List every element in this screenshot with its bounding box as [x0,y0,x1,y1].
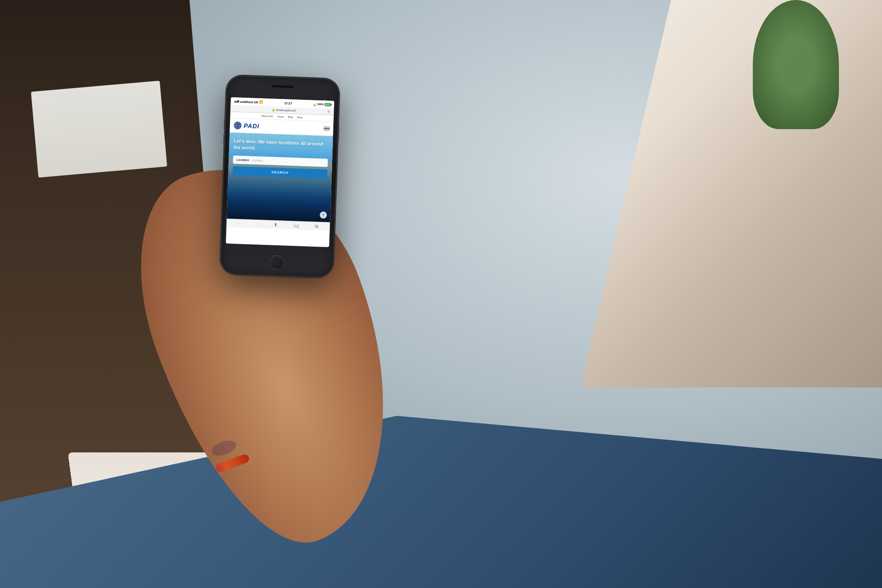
url-lock-icon: 🔒 [272,108,275,111]
padi-logo-text: PADI [244,122,260,130]
menu-hamburger[interactable] [324,127,330,130]
volume-up-button[interactable] [224,118,226,129]
signal-bar-2 [236,101,236,102]
hero-headline: Let's dive. We have locations all around… [233,138,329,154]
url-text: locator.padi.com [276,108,296,112]
hamburger-line-2 [324,128,330,129]
lock-icon: 🔒 [313,102,316,105]
bookmarks-button[interactable]: 📖 [294,223,299,228]
reload-icon[interactable]: ↻ [327,110,330,114]
nav-travel[interactable]: Travel [277,115,284,118]
hero-section: Let's dive. We have locations all around… [227,133,333,222]
padi-logo[interactable]: PADI [233,121,260,130]
share-button[interactable]: ⬆ [274,223,277,227]
nav-blog[interactable]: Blog [288,116,293,118]
signal-bar-1 [234,101,235,102]
phone-screen: vodafone UK 📶 17:27 🔒 100% 🔒 [226,97,334,247]
tabs-button[interactable]: ⧉ [315,223,318,229]
paper-books [31,80,167,177]
hero-content: Let's dive. We have locations all around… [228,133,333,182]
wifi-icon: 📶 [259,100,263,104]
signal-bar-3 [237,100,238,102]
battery-icon [325,103,331,106]
nav-padicom[interactable]: PADI.COM [261,115,273,118]
forward-button[interactable]: › [256,222,258,226]
carrier-name: vodafone UK [240,100,258,104]
status-time: 17:27 [284,102,292,105]
speaker [272,85,294,88]
nav-shop[interactable]: Shop [297,116,303,118]
padi-globe-icon [233,121,242,130]
phone-body: vodafone UK 📶 17:27 🔒 100% 🔒 [220,76,339,278]
battery-percent: 100% [317,103,324,106]
location-label: Location [236,158,249,161]
status-right: 🔒 100% [313,102,331,106]
search-button[interactable]: SEARCH [233,166,328,179]
search-form[interactable]: Location Location [233,155,328,167]
signal-bars [234,100,239,102]
home-button[interactable] [269,254,285,270]
url-bar[interactable]: 🔒 locator.padi.com [241,107,327,113]
hamburger-line-1 [324,127,330,127]
volume-down-button[interactable] [223,133,225,144]
location-input[interactable]: Location [252,158,324,164]
back-button[interactable]: ‹ [238,221,240,226]
front-camera [311,85,313,88]
status-left: vodafone UK 📶 [234,99,263,104]
plant [753,0,839,129]
hamburger-line-3 [324,130,330,130]
signal-bar-4 [238,100,239,103]
phone: vodafone UK 📶 17:27 🔒 100% 🔒 [220,76,339,273]
